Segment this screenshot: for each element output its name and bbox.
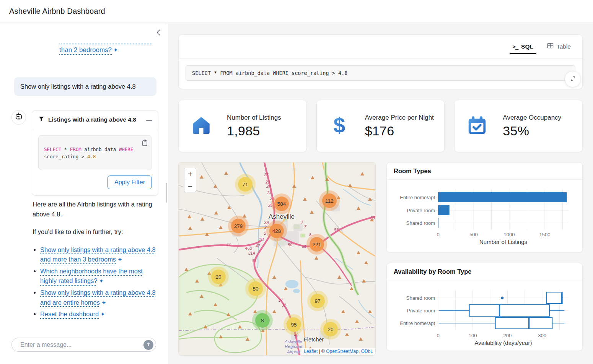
svg-text:44: 44: [226, 242, 231, 247]
svg-text:0: 0: [437, 232, 439, 237]
sparkle-icon: ✦: [100, 310, 105, 318]
dollar-icon: $: [328, 114, 350, 138]
sql-query-editor[interactable]: SELECT * FROM airbnb_data WHERE score_ra…: [186, 65, 575, 81]
map-cluster-marker[interactable]: 428: [269, 224, 284, 238]
stat-card-listings: Number of Listings 1,985: [178, 100, 307, 152]
svg-text:8: 8: [309, 232, 311, 237]
svg-text:Shared room: Shared room: [406, 220, 435, 226]
svg-text:40: 40: [294, 333, 298, 337]
suggestion-link[interactable]: Which neighborhoods have the most highly…: [40, 268, 143, 284]
svg-text:2: 2: [264, 225, 267, 229]
sidebar-collapse-button[interactable]: [154, 29, 163, 37]
map-attribution: Leaflet | © OpenStreetMap, ODbL: [301, 348, 375, 355]
svg-text:50: 50: [288, 242, 292, 247]
svg-text:24: 24: [266, 184, 271, 188]
arrow-up-icon: [146, 341, 151, 348]
map-cluster-marker[interactable]: 279: [231, 219, 246, 233]
suggestion-item: Show only listings with a rating above 4…: [40, 288, 156, 307]
map-label-fletcher: Fletcher: [304, 336, 324, 343]
svg-text:Private room: Private room: [407, 208, 435, 213]
svg-text:1000: 1000: [504, 232, 515, 237]
sql-panel: >_ SQL Table SELECT * FROM airbnb_data W…: [178, 34, 583, 89]
truncated-suggestion: than 2 bedrooms?✦: [59, 42, 152, 54]
funnel-icon: [38, 116, 44, 123]
suggestion-item: Reset the dashboard✦: [40, 309, 156, 319]
availability-title: Availability by Room Type: [387, 263, 582, 280]
svg-text:Entire home/apt: Entire home/apt: [400, 195, 435, 200]
tab-table[interactable]: Table: [547, 35, 571, 58]
map-cluster-marker[interactable]: 97: [310, 294, 325, 308]
bot-paragraph: Here are all the Airbnb listings with a …: [33, 200, 156, 219]
stat-label: Average Price per Night: [365, 114, 434, 122]
odbl-link[interactable]: ODbL: [361, 349, 373, 354]
truncated-suggestion-link[interactable]: than 2 bedrooms?✦: [59, 46, 118, 54]
map-cluster-marker[interactable]: 112: [322, 193, 337, 208]
sparkle-icon: ✦: [113, 47, 118, 54]
sql-code-block: SELECT * FROM airbnb_data WHERE score_ra…: [38, 135, 152, 170]
suggestion-link[interactable]: Reset the dashboard✦: [40, 310, 105, 317]
map-cluster-marker[interactable]: 584: [274, 197, 289, 211]
suggestion-link[interactable]: Show only listings with a rating above 4…: [40, 246, 156, 263]
zoom-in-button[interactable]: +: [184, 168, 196, 180]
stat-card-price: $ Average Price per Night $176: [316, 100, 445, 152]
chat-sidebar: than 2 bedrooms?✦ Show only listings wit…: [0, 23, 168, 364]
svg-text:0: 0: [437, 333, 439, 338]
availability-panel: Availability by Room Type Shared roomPri…: [386, 263, 583, 351]
map-label-asheville: Asheville: [269, 213, 295, 221]
chevron-left-icon: [155, 29, 161, 37]
svg-text:23: 23: [264, 172, 269, 177]
zoom-out-button[interactable]: −: [184, 180, 196, 192]
send-button[interactable]: [143, 340, 153, 350]
map-cluster-marker[interactable]: 8: [255, 313, 270, 328]
svg-text:200: 200: [503, 333, 512, 338]
message-input[interactable]: [20, 341, 143, 349]
map-cluster-marker[interactable]: 20: [211, 270, 226, 284]
bot-paragraph: If you’d like to dive in further, try:: [33, 227, 156, 237]
stat-value: $176: [365, 123, 434, 138]
svg-text:25: 25: [270, 196, 275, 201]
apply-filter-button[interactable]: Apply Filter: [108, 176, 152, 189]
svg-text:1500: 1500: [539, 232, 551, 237]
svg-text:1B: 1B: [259, 237, 264, 242]
suggestion-link[interactable]: Show only listings with a rating above 4…: [40, 289, 156, 306]
sparkle-icon: ✦: [117, 255, 122, 264]
bot-message: Here are all the Airbnb listings with a …: [33, 200, 156, 321]
map-cluster-marker[interactable]: 221: [310, 237, 324, 252]
svg-text:37: 37: [282, 303, 287, 307]
filter-card-sql: SELECT * FROM airbnb_data WHERE score_ra…: [44, 146, 133, 159]
map-cluster-marker[interactable]: 50: [248, 281, 263, 296]
map-cluster-marker[interactable]: 71: [238, 177, 253, 192]
leaflet-link[interactable]: Leaflet: [304, 349, 318, 354]
expand-icon: [570, 76, 576, 83]
terminal-icon: >_: [513, 44, 518, 50]
openstreetmap-link[interactable]: OpenStreetMap: [326, 349, 358, 354]
tab-sql[interactable]: >_ SQL: [513, 35, 533, 58]
house-icon: [190, 114, 212, 138]
room-types-chart: Entire home/aptPrivate roomShared room05…: [387, 180, 582, 252]
chat-scrollbar[interactable]: [166, 183, 167, 203]
svg-text:31A: 31A: [248, 251, 256, 255]
stat-value: 35%: [503, 123, 561, 138]
svg-text:33: 33: [252, 258, 256, 263]
svg-text:25: 25: [268, 203, 273, 208]
availability-chart: Shared roomPrivate roomEntire home/apt01…: [387, 280, 582, 351]
listings-map[interactable]: 2323242425253A221B444746B31A33505153A555…: [178, 162, 376, 356]
suggestion-item: Show only listings with a rating above 4…: [40, 245, 156, 265]
map-cluster-marker[interactable]: 20: [323, 322, 338, 336]
svg-text:100: 100: [469, 333, 477, 338]
svg-text:500: 500: [469, 232, 478, 237]
map-tiles: 2323242425253A221B444746B31A33505153A555…: [179, 162, 376, 356]
chat-input-container: [11, 338, 156, 352]
expand-button[interactable]: [565, 72, 580, 87]
svg-text:Number of Listings: Number of Listings: [479, 239, 527, 245]
copy-icon[interactable]: [142, 139, 148, 148]
user-message-bubble: Show only listings with a rating above 4…: [14, 77, 156, 96]
stat-card-occupancy: Average Occupancy 35%: [454, 100, 583, 152]
suggestions-list: Show only listings with a rating above 4…: [40, 245, 156, 319]
table-icon: [547, 43, 554, 50]
svg-text:300: 300: [538, 333, 546, 338]
map-cluster-marker[interactable]: 95: [287, 317, 301, 332]
minimize-button[interactable]: —: [146, 117, 152, 123]
stat-label: Average Occupancy: [503, 114, 561, 122]
svg-text:2: 2: [264, 231, 266, 236]
